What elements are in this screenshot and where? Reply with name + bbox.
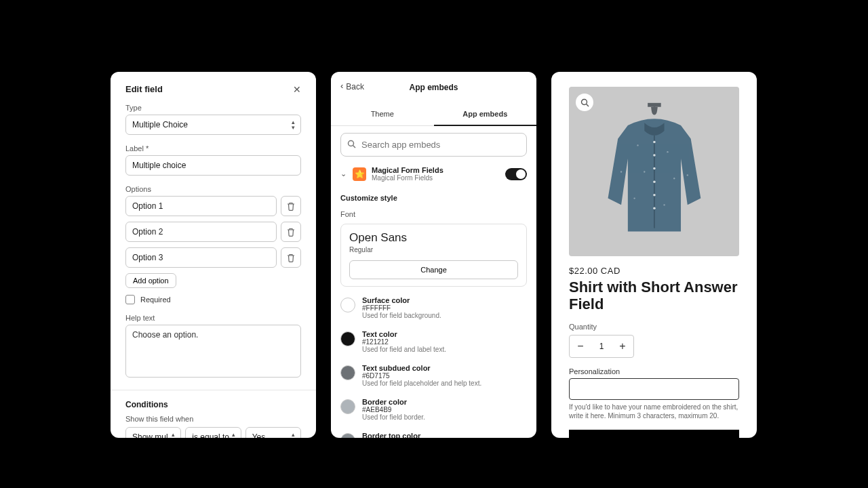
color-swatch xyxy=(340,365,355,380)
option-input[interactable] xyxy=(125,196,277,216)
color-text[interactable]: Text color #121212 Used for field and la… xyxy=(340,325,527,359)
condition-operator-select[interactable]: is equal to xyxy=(185,427,241,438)
search-input[interactable] xyxy=(340,133,527,157)
trash-icon[interactable] xyxy=(281,247,301,268)
color-desc: Used for field placeholder and help text… xyxy=(362,380,527,387)
embed-sub: Magical Form Fields xyxy=(372,174,500,182)
required-checkbox[interactable] xyxy=(125,295,135,304)
conditions-heading: Conditions xyxy=(125,400,301,409)
search-icon xyxy=(347,140,356,150)
quantity-decrease-button[interactable]: − xyxy=(570,336,591,357)
condition-value-select[interactable]: Yes xyxy=(245,427,301,438)
product-title: Shirt with Short Answer Field xyxy=(569,279,739,313)
svg-point-17 xyxy=(663,204,665,205)
color-swatch xyxy=(340,331,355,346)
tab-theme[interactable]: Theme xyxy=(331,103,434,126)
option-row xyxy=(125,247,301,268)
product-panel: $22.00 CAD Shirt with Short Answer Field… xyxy=(551,72,757,438)
color-text-subdued[interactable]: Text subdued color #6D7175 Used for fiel… xyxy=(340,359,527,392)
svg-line-3 xyxy=(586,104,589,106)
embed-item: ⌄ ⭐ Magical Form Fields Magical Form Fie… xyxy=(331,157,536,188)
options-label: Options xyxy=(125,185,301,193)
svg-point-11 xyxy=(653,207,656,209)
svg-point-16 xyxy=(633,197,635,199)
conditions-subheading: Show this field when xyxy=(125,415,301,423)
color-desc: Used for field background. xyxy=(362,312,527,319)
svg-line-1 xyxy=(353,145,356,148)
option-row xyxy=(125,222,301,242)
change-font-button[interactable]: Change xyxy=(349,260,518,279)
helptext-label: Help text xyxy=(125,314,301,322)
color-name: Text color xyxy=(362,330,527,338)
color-hex: #6D7175 xyxy=(362,372,527,380)
tab-app-embeds[interactable]: App embeds xyxy=(434,103,537,126)
color-border[interactable]: Border color #AEB4B9 Used for field bord… xyxy=(340,392,527,426)
add-option-button[interactable]: Add option xyxy=(125,273,176,288)
font-card: Open Sans Regular Change xyxy=(340,224,527,287)
tabs: Theme App embeds xyxy=(331,103,536,126)
svg-point-6 xyxy=(653,140,656,143)
svg-rect-4 xyxy=(648,102,661,106)
color-name: Text subdued color xyxy=(362,364,527,372)
color-border-top[interactable]: Border top color #898F94 xyxy=(340,426,527,438)
color-name: Surface color xyxy=(362,296,527,304)
color-hex: #121212 xyxy=(362,338,527,346)
app-icon: ⭐ xyxy=(353,167,366,181)
svg-point-0 xyxy=(349,140,354,146)
option-row xyxy=(125,196,301,216)
panel-title: App embeds xyxy=(409,83,458,92)
color-swatch xyxy=(340,399,355,414)
embed-toggle[interactable] xyxy=(505,168,527,180)
option-input[interactable] xyxy=(125,247,277,268)
trash-icon[interactable] xyxy=(281,222,301,242)
chevron-left-icon: ‹ xyxy=(340,81,343,91)
color-surface[interactable]: Surface color #FFFFFF Used for field bac… xyxy=(340,291,527,325)
color-name: Border color xyxy=(362,398,527,406)
color-swatch xyxy=(340,433,355,438)
edit-field-panel: Edit field ✕ Type Multiple Choice ▴▾ Lab… xyxy=(111,72,316,438)
font-name: Open Sans xyxy=(349,231,518,245)
svg-point-2 xyxy=(581,99,587,104)
svg-point-19 xyxy=(686,174,688,176)
color-hex: #FFFFFF xyxy=(362,304,527,312)
quantity-increase-button[interactable]: + xyxy=(612,336,633,357)
zoom-icon[interactable] xyxy=(576,94,593,111)
customize-style-heading: Customize style xyxy=(331,188,536,202)
condition-field-select[interactable]: Show mul... xyxy=(125,427,181,438)
color-hex: #AEB4B9 xyxy=(362,406,527,413)
personalization-input[interactable] xyxy=(569,378,739,400)
quantity-stepper: − 1 + xyxy=(569,335,634,358)
divider xyxy=(111,390,316,390)
label-input[interactable] xyxy=(125,155,301,176)
personalization-help: If you'd like to have your name embroide… xyxy=(569,403,739,420)
close-icon[interactable]: ✕ xyxy=(293,84,301,95)
chevron-down-icon[interactable]: ⌄ xyxy=(340,169,347,178)
option-input[interactable] xyxy=(125,222,277,242)
embed-name: Magical Form Fields xyxy=(372,166,500,174)
color-desc: Used for field and label text. xyxy=(362,346,527,353)
add-to-cart-button[interactable]: Add to cart xyxy=(569,430,739,438)
back-label: Back xyxy=(346,82,364,92)
personalization-label: Personalization xyxy=(569,367,739,375)
panel-title: Edit field xyxy=(125,84,301,94)
color-desc: Used for field border. xyxy=(362,413,527,421)
helptext-input[interactable]: Choose an option. xyxy=(125,325,301,378)
label-label: Label * xyxy=(125,144,301,152)
svg-point-15 xyxy=(673,178,675,179)
required-label: Required xyxy=(140,296,171,304)
svg-point-12 xyxy=(637,144,638,146)
back-button[interactable]: ‹ Back xyxy=(340,81,364,92)
shirt-illustration xyxy=(581,99,728,245)
color-name: Border top color xyxy=(362,432,527,438)
product-image xyxy=(569,87,739,256)
trash-icon[interactable] xyxy=(281,196,301,216)
type-select[interactable]: Multiple Choice xyxy=(125,115,301,135)
product-price: $22.00 CAD xyxy=(569,266,739,276)
app-embeds-panel: ‹ Back App embeds Theme App embeds ⌄ ⭐ M… xyxy=(331,72,536,438)
color-list: Surface color #FFFFFF Used for field bac… xyxy=(331,287,536,438)
svg-point-14 xyxy=(644,171,645,172)
type-label: Type xyxy=(125,104,301,112)
color-swatch xyxy=(340,298,355,312)
svg-point-9 xyxy=(653,180,656,183)
svg-point-8 xyxy=(653,167,656,169)
